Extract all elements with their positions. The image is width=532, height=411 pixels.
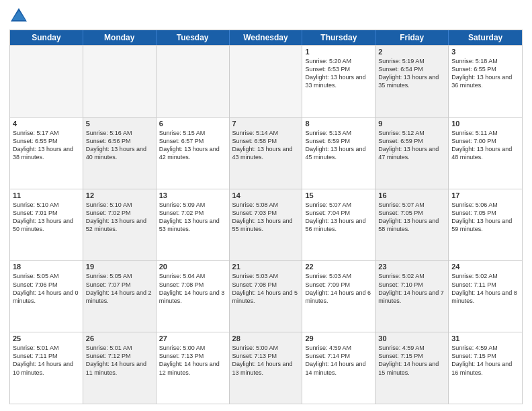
day-number: 10	[451, 120, 519, 128]
cell-info: Sunrise: 5:11 AM Sunset: 7:00 PM Dayligh…	[451, 129, 519, 162]
cal-cell: 21Sunrise: 5:03 AM Sunset: 7:08 PM Dayli…	[230, 261, 303, 332]
day-number: 31	[451, 334, 519, 342]
logo-icon	[9, 7, 28, 26]
cell-info: Sunrise: 5:05 AM Sunset: 7:06 PM Dayligh…	[13, 272, 80, 305]
day-number: 26	[86, 334, 153, 342]
cell-info: Sunrise: 5:09 AM Sunset: 7:02 PM Dayligh…	[159, 201, 226, 234]
cell-info: Sunrise: 5:03 AM Sunset: 7:09 PM Dayligh…	[305, 272, 372, 305]
week-5: 25Sunrise: 5:01 AM Sunset: 7:11 PM Dayli…	[10, 332, 522, 404]
day-number: 23	[378, 263, 445, 271]
cal-cell: 26Sunrise: 5:01 AM Sunset: 7:12 PM Dayli…	[83, 332, 157, 404]
cell-info: Sunrise: 5:19 AM Sunset: 6:54 PM Dayligh…	[378, 57, 445, 90]
cal-cell: 4Sunrise: 5:17 AM Sunset: 6:55 PM Daylig…	[10, 118, 83, 189]
day-number: 13	[159, 191, 226, 199]
cal-cell: 28Sunrise: 5:00 AM Sunset: 7:13 PM Dayli…	[230, 332, 303, 404]
day-number: 11	[13, 191, 80, 199]
day-number: 8	[305, 120, 372, 128]
cell-info: Sunrise: 4:59 AM Sunset: 7:15 PM Dayligh…	[378, 344, 445, 377]
cal-cell: 25Sunrise: 5:01 AM Sunset: 7:11 PM Dayli…	[10, 332, 83, 404]
cal-cell: 12Sunrise: 5:10 AM Sunset: 7:02 PM Dayli…	[83, 189, 157, 261]
day-number: 25	[13, 334, 80, 342]
cell-info: Sunrise: 5:10 AM Sunset: 7:02 PM Dayligh…	[86, 201, 153, 234]
cell-info: Sunrise: 5:00 AM Sunset: 7:13 PM Dayligh…	[159, 344, 226, 377]
day-number: 3	[451, 48, 519, 56]
day-number: 29	[305, 334, 372, 342]
logo	[9, 7, 31, 26]
cal-cell: 18Sunrise: 5:05 AM Sunset: 7:06 PM Dayli…	[10, 261, 83, 332]
cell-info: Sunrise: 5:17 AM Sunset: 6:55 PM Dayligh…	[13, 129, 80, 162]
cell-info: Sunrise: 5:06 AM Sunset: 7:05 PM Dayligh…	[451, 201, 519, 234]
cell-info: Sunrise: 5:14 AM Sunset: 6:58 PM Dayligh…	[232, 129, 300, 162]
cal-cell: 7Sunrise: 5:14 AM Sunset: 6:58 PM Daylig…	[230, 118, 303, 189]
cell-info: Sunrise: 5:20 AM Sunset: 6:53 PM Dayligh…	[305, 57, 372, 90]
cell-info: Sunrise: 5:00 AM Sunset: 7:13 PM Dayligh…	[232, 344, 300, 377]
cal-cell: 6Sunrise: 5:15 AM Sunset: 6:57 PM Daylig…	[157, 118, 230, 189]
cal-cell: 24Sunrise: 5:02 AM Sunset: 7:11 PM Dayli…	[449, 261, 522, 332]
cal-cell: 11Sunrise: 5:10 AM Sunset: 7:01 PM Dayli…	[10, 189, 83, 261]
cell-info: Sunrise: 5:07 AM Sunset: 7:05 PM Dayligh…	[378, 201, 445, 234]
week-2: 4Sunrise: 5:17 AM Sunset: 6:55 PM Daylig…	[10, 117, 522, 189]
week-4: 18Sunrise: 5:05 AM Sunset: 7:06 PM Dayli…	[10, 260, 522, 332]
cal-cell: 22Sunrise: 5:03 AM Sunset: 7:09 PM Dayli…	[302, 261, 375, 332]
calendar: SundayMondayTuesdayWednesdayThursdayFrid…	[9, 30, 523, 404]
cal-cell: 17Sunrise: 5:06 AM Sunset: 7:05 PM Dayli…	[449, 189, 522, 261]
day-number: 9	[378, 120, 445, 128]
day-number: 27	[159, 334, 226, 342]
cal-cell	[83, 46, 157, 117]
cell-info: Sunrise: 5:10 AM Sunset: 7:01 PM Dayligh…	[13, 201, 80, 234]
cell-info: Sunrise: 5:16 AM Sunset: 6:56 PM Dayligh…	[86, 129, 153, 162]
day-number: 28	[232, 334, 300, 342]
header-day-wednesday: Wednesday	[230, 30, 303, 45]
day-number: 30	[378, 334, 445, 342]
cell-info: Sunrise: 5:03 AM Sunset: 7:08 PM Dayligh…	[232, 272, 300, 305]
day-number: 21	[232, 263, 300, 271]
week-1: 1Sunrise: 5:20 AM Sunset: 6:53 PM Daylig…	[10, 45, 522, 117]
cal-cell: 10Sunrise: 5:11 AM Sunset: 7:00 PM Dayli…	[449, 118, 522, 189]
calendar-header: SundayMondayTuesdayWednesdayThursdayFrid…	[10, 30, 522, 45]
svg-marker-1	[12, 11, 26, 20]
header-day-friday: Friday	[375, 30, 449, 45]
cell-info: Sunrise: 5:13 AM Sunset: 6:59 PM Dayligh…	[305, 129, 372, 162]
cal-cell: 23Sunrise: 5:02 AM Sunset: 7:10 PM Dayli…	[375, 261, 449, 332]
cal-cell: 13Sunrise: 5:09 AM Sunset: 7:02 PM Dayli…	[157, 189, 230, 261]
header-day-sunday: Sunday	[10, 30, 83, 45]
cal-cell: 5Sunrise: 5:16 AM Sunset: 6:56 PM Daylig…	[83, 118, 157, 189]
cal-cell: 8Sunrise: 5:13 AM Sunset: 6:59 PM Daylig…	[302, 118, 375, 189]
cal-cell	[230, 46, 303, 117]
cell-info: Sunrise: 5:01 AM Sunset: 7:12 PM Dayligh…	[86, 344, 153, 377]
header-day-tuesday: Tuesday	[157, 30, 230, 45]
cell-info: Sunrise: 5:07 AM Sunset: 7:04 PM Dayligh…	[305, 201, 372, 234]
day-number: 15	[305, 191, 372, 199]
cell-info: Sunrise: 5:18 AM Sunset: 6:55 PM Dayligh…	[451, 57, 519, 90]
cell-info: Sunrise: 5:01 AM Sunset: 7:11 PM Dayligh…	[13, 344, 80, 377]
day-number: 5	[86, 120, 153, 128]
cal-cell: 31Sunrise: 4:59 AM Sunset: 7:15 PM Dayli…	[449, 332, 522, 404]
header-day-monday: Monday	[83, 30, 157, 45]
day-number: 4	[13, 120, 80, 128]
cal-cell: 1Sunrise: 5:20 AM Sunset: 6:53 PM Daylig…	[302, 46, 375, 117]
header	[9, 7, 523, 26]
day-number: 18	[13, 263, 80, 271]
cell-info: Sunrise: 5:08 AM Sunset: 7:03 PM Dayligh…	[232, 201, 300, 234]
cal-cell: 20Sunrise: 5:04 AM Sunset: 7:08 PM Dayli…	[157, 261, 230, 332]
day-number: 14	[232, 191, 300, 199]
header-day-thursday: Thursday	[302, 30, 375, 45]
day-number: 17	[451, 191, 519, 199]
page: SundayMondayTuesdayWednesdayThursdayFrid…	[0, 0, 532, 411]
day-number: 16	[378, 191, 445, 199]
calendar-body: 1Sunrise: 5:20 AM Sunset: 6:53 PM Daylig…	[10, 45, 522, 404]
cal-cell	[157, 46, 230, 117]
day-number: 20	[159, 263, 226, 271]
cell-info: Sunrise: 4:59 AM Sunset: 7:15 PM Dayligh…	[451, 344, 519, 377]
cell-info: Sunrise: 5:02 AM Sunset: 7:10 PM Dayligh…	[378, 272, 445, 305]
cal-cell: 14Sunrise: 5:08 AM Sunset: 7:03 PM Dayli…	[230, 189, 303, 261]
cal-cell: 15Sunrise: 5:07 AM Sunset: 7:04 PM Dayli…	[302, 189, 375, 261]
cell-info: Sunrise: 5:15 AM Sunset: 6:57 PM Dayligh…	[159, 129, 226, 162]
cal-cell: 9Sunrise: 5:12 AM Sunset: 6:59 PM Daylig…	[375, 118, 449, 189]
cal-cell: 30Sunrise: 4:59 AM Sunset: 7:15 PM Dayli…	[375, 332, 449, 404]
week-3: 11Sunrise: 5:10 AM Sunset: 7:01 PM Dayli…	[10, 189, 522, 261]
day-number: 1	[305, 48, 372, 56]
cell-info: Sunrise: 5:05 AM Sunset: 7:07 PM Dayligh…	[86, 272, 153, 305]
day-number: 12	[86, 191, 153, 199]
day-number: 7	[232, 120, 300, 128]
